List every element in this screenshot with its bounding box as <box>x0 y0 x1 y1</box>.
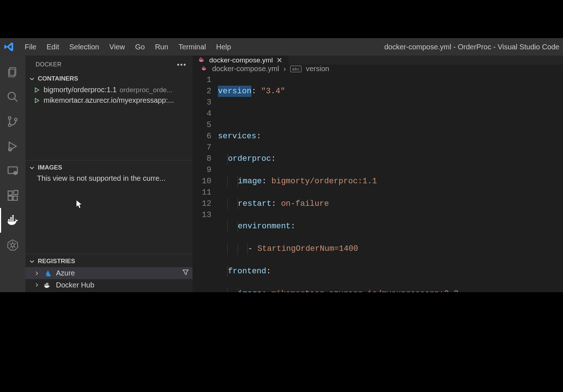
kubernetes-icon[interactable] <box>0 233 25 257</box>
svg-line-26 <box>10 244 12 245</box>
svg-rect-37 <box>199 58 201 60</box>
images-panel: IMAGES This view is not supported in the… <box>25 160 193 254</box>
containers-panel: CONTAINERS bigmorty/orderproc:1.1 orderp… <box>25 74 193 160</box>
close-icon[interactable]: ✕ <box>276 56 283 65</box>
menu-edit[interactable]: Edit <box>41 43 64 51</box>
menu-terminal[interactable]: Terminal <box>173 43 211 51</box>
menu-go[interactable]: Go <box>130 43 150 51</box>
registry-row-azure[interactable]: Azure <box>25 267 193 279</box>
svg-rect-16 <box>8 219 9 221</box>
svg-rect-42 <box>203 68 204 68</box>
svg-point-6 <box>15 118 17 121</box>
code-content[interactable]: version: "3.4" services: orderproc: imag… <box>218 73 563 292</box>
svg-point-2 <box>8 92 15 99</box>
svg-rect-20 <box>12 217 14 219</box>
svg-line-27 <box>14 244 16 245</box>
svg-rect-32 <box>45 284 46 285</box>
vscode-window: FileEditSelectionViewGoRunTerminalHelp d… <box>0 38 563 292</box>
docker-sidebar: DOCKER ••• CONTAINERS bigmorty/orderproc… <box>25 56 193 292</box>
svg-rect-39 <box>202 58 203 60</box>
svg-point-5 <box>8 124 11 126</box>
menu-help[interactable]: Help <box>211 43 236 51</box>
docker-small-icon <box>43 280 52 290</box>
menu-selection[interactable]: Selection <box>64 43 104 51</box>
chevron-down-icon <box>28 164 36 171</box>
chevron-right-icon <box>33 281 41 289</box>
play-icon <box>33 97 41 105</box>
container-name: bigmorty/orderproc:1.1 <box>44 86 117 94</box>
svg-point-4 <box>8 117 11 119</box>
line-number-gutter: 12345678910111213 <box>193 73 218 292</box>
svg-rect-17 <box>10 219 12 221</box>
chevron-right-icon: › <box>284 65 286 73</box>
vscode-logo-icon <box>4 41 15 52</box>
svg-rect-12 <box>8 191 12 195</box>
symbol-string-icon: abc <box>290 66 301 72</box>
menu-run[interactable]: Run <box>150 43 174 51</box>
svg-marker-31 <box>35 98 39 103</box>
more-actions-icon[interactable]: ••• <box>177 61 187 69</box>
window-title: docker-compose.yml - OrderProc - Visual … <box>236 43 559 51</box>
svg-rect-36 <box>47 283 48 284</box>
svg-rect-35 <box>46 283 47 284</box>
source-control-icon[interactable] <box>0 109 25 134</box>
svg-rect-40 <box>201 57 202 58</box>
svg-rect-34 <box>47 284 48 285</box>
container-detail: orderproc_orde... <box>120 86 173 94</box>
filter-icon[interactable] <box>182 268 190 278</box>
svg-line-28 <box>10 246 12 248</box>
svg-marker-30 <box>35 88 39 92</box>
registries-panel: REGISTRIES Azure Docker Hub <box>25 254 193 292</box>
registries-header[interactable]: REGISTRIES <box>25 254 193 266</box>
registry-row-dockerhub[interactable]: Docker Hub <box>25 279 193 291</box>
svg-rect-19 <box>10 217 12 219</box>
search-icon[interactable] <box>0 85 25 109</box>
menu-view[interactable]: View <box>104 43 130 51</box>
docker-file-icon <box>201 65 208 73</box>
sidebar-title-row: DOCKER ••• <box>25 56 193 74</box>
remote-explorer-icon[interactable] <box>0 159 25 183</box>
images-unsupported-message: This view is not supported in the curre.… <box>25 173 193 186</box>
titlebar: FileEditSelectionViewGoRunTerminalHelp d… <box>0 38 563 56</box>
code-editor[interactable]: 12345678910111213 version: "3.4" service… <box>193 73 563 292</box>
svg-rect-15 <box>14 191 18 195</box>
svg-rect-33 <box>46 284 47 285</box>
container-row[interactable]: bigmorty/orderproc:1.1 orderproc_orde... <box>25 85 193 95</box>
images-header[interactable]: IMAGES <box>25 160 193 173</box>
svg-rect-38 <box>201 58 202 60</box>
svg-rect-44 <box>203 66 204 67</box>
svg-rect-43 <box>204 68 205 68</box>
svg-rect-21 <box>12 215 14 217</box>
menu-file[interactable]: File <box>20 43 41 51</box>
breadcrumb[interactable]: docker-compose.yml › abc version <box>193 65 563 73</box>
svg-rect-13 <box>8 196 12 200</box>
chevron-right-icon <box>33 269 41 277</box>
registry-label: Docker Hub <box>56 281 94 289</box>
extensions-icon[interactable] <box>0 183 25 208</box>
run-debug-icon[interactable] <box>0 134 25 159</box>
registry-label: Azure <box>56 269 75 277</box>
svg-line-29 <box>14 246 15 248</box>
svg-marker-22 <box>8 240 18 250</box>
docker-icon[interactable] <box>0 208 25 233</box>
tab-label: docker-compose.yml <box>209 56 273 64</box>
containers-header[interactable]: CONTAINERS <box>25 74 193 84</box>
svg-line-3 <box>14 98 17 102</box>
breadcrumb-file: docker-compose.yml <box>212 65 279 73</box>
explorer-icon[interactable] <box>0 60 25 85</box>
editor-tabs: docker-compose.yml ✕ <box>193 56 563 65</box>
svg-rect-18 <box>12 219 14 221</box>
chevron-down-icon <box>28 258 36 265</box>
azure-icon <box>43 269 52 278</box>
tab-docker-compose[interactable]: docker-compose.yml ✕ <box>193 56 289 65</box>
svg-rect-14 <box>13 196 17 200</box>
svg-rect-41 <box>202 68 203 68</box>
play-icon <box>33 86 41 94</box>
activity-bar <box>0 56 25 292</box>
editor-group: docker-compose.yml ✕ docker-compose.yml … <box>193 56 563 292</box>
chevron-down-icon <box>28 75 36 82</box>
breadcrumb-symbol: version <box>306 65 329 73</box>
container-name: mikemortacr.azurecr.io/myexpressapp:... <box>44 96 174 105</box>
container-row[interactable]: mikemortacr.azurecr.io/myexpressapp:... <box>25 95 193 106</box>
sidebar-title: DOCKER <box>36 61 61 68</box>
